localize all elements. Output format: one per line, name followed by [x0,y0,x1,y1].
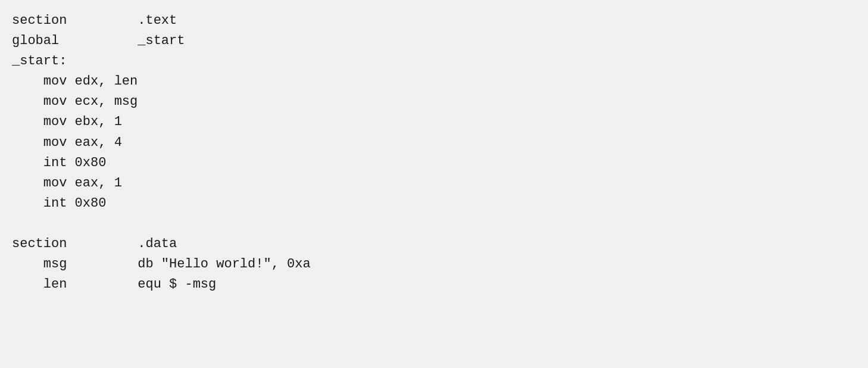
code-line: mov eax, 4 [12,133,856,153]
code-line: int 0x80 [12,153,856,173]
code-block: section .textglobal _start_start: mov ed… [0,0,868,368]
code-line: mov eax, 1 [12,173,856,194]
code-line: section .data [12,234,856,254]
code-line: mov ebx, 1 [12,112,856,132]
code-line: len equ $ -msg [12,275,856,295]
code-line: int 0x80 [12,194,856,214]
code-line [12,214,856,234]
code-line: _start: [12,51,856,71]
code-line: global _start [12,31,856,51]
code-line: section .text [12,11,856,31]
code-line: msg db "Hello world!", 0xa [12,254,856,275]
code-line: mov edx, len [12,71,856,92]
code-line: mov ecx, msg [12,92,856,112]
